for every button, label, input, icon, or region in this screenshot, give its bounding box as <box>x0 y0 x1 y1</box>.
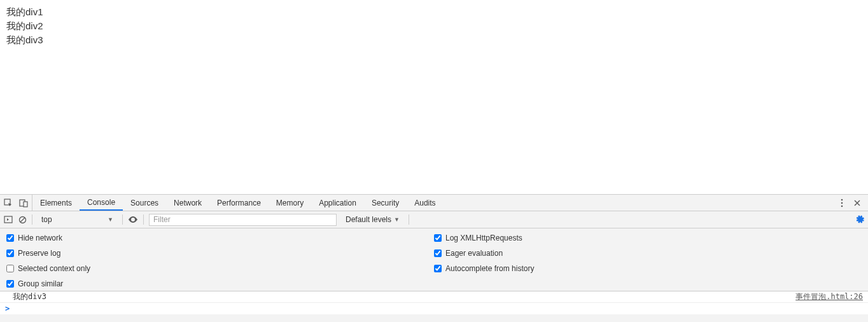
page-text-line: 我的div2 <box>6 19 862 32</box>
page-content: 我的div1 我的div2 我的div3 <box>0 0 868 52</box>
page-text-line: 我的div3 <box>6 33 862 46</box>
page-text-line: 我的div1 <box>6 5 862 18</box>
